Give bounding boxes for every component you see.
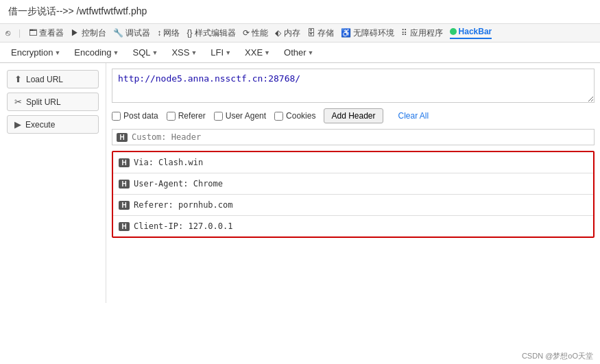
- menu-encoding[interactable]: Encoding ▼: [69, 45, 124, 60]
- header-item: H Via: Clash.win: [113, 152, 593, 173]
- toolbar-storage[interactable]: 🗄 存储: [307, 27, 334, 39]
- toolbar-debugger[interactable]: 🔧 调试器: [113, 27, 150, 39]
- header-badge-1: H: [119, 180, 130, 189]
- header-item-text-0: Via: Clash.win: [134, 158, 203, 167]
- title-bar: 借一步说话-->> /wtfwtfwtfwtf.php: [0, 0, 600, 24]
- encoding-arrow: ▼: [113, 49, 119, 56]
- lfi-arrow: ▼: [225, 49, 231, 56]
- right-panel: Post data Referer User Agent Cookies Add…: [106, 63, 600, 303]
- execute-icon: ▶: [14, 119, 21, 130]
- menu-xss-label: XSS: [171, 47, 189, 58]
- header-badge-0: H: [119, 158, 130, 167]
- header-item: H Client-IP: 127.0.0.1: [113, 216, 593, 236]
- clear-all-button[interactable]: Clear All: [392, 109, 436, 123]
- menu-sql-label: SQL: [132, 47, 150, 58]
- toolbar-memory[interactable]: ⬖ 内存: [275, 27, 300, 39]
- menu-xxe[interactable]: XXE ▼: [239, 45, 276, 60]
- toolbar-network[interactable]: ↕ 网络: [157, 27, 180, 39]
- user-agent-checkbox[interactable]: [214, 112, 223, 121]
- toolbar-performance[interactable]: ⟳ 性能: [243, 27, 268, 39]
- menu-other-label: Other: [284, 47, 307, 58]
- url-input[interactable]: [112, 69, 595, 103]
- load-url-icon: ⬆: [14, 74, 22, 84]
- user-agent-checkbox-label[interactable]: User Agent: [214, 111, 266, 121]
- header-item-text-3: Client-IP: 127.0.0.1: [134, 221, 233, 231]
- split-url-icon: ✂: [14, 97, 22, 107]
- cookies-checkbox[interactable]: [274, 112, 283, 121]
- menu-lfi-label: LFI: [211, 47, 224, 58]
- header-badge-2: H: [119, 201, 130, 210]
- menu-sql[interactable]: SQL ▼: [127, 45, 163, 60]
- toolbar-apps[interactable]: ⠿ 应用程序: [401, 27, 442, 39]
- load-url-button[interactable]: ⬆ Load URL: [7, 70, 99, 88]
- split-url-button[interactable]: ✂ Split URL: [7, 93, 99, 111]
- browser-toolbar: ⎋ | 🗔 查看器 ▶ 控制台 🔧 调试器 ↕ 网络 {} 样式编辑器 ⟳ 性能…: [0, 24, 600, 43]
- header-item: H Referer: pornhub.com: [113, 195, 593, 216]
- menu-encoding-label: Encoding: [74, 47, 111, 58]
- encryption-arrow: ▼: [54, 49, 60, 56]
- left-panel: ⬆ Load URL ✂ Split URL ▶ Execute: [0, 63, 106, 303]
- header-item: H User-Agent: Chrome: [113, 173, 593, 195]
- add-header-label: Add Header: [331, 111, 375, 121]
- header-items-list: H Via: Clash.win H User-Agent: Chrome H …: [112, 151, 595, 238]
- referer-label: Referer: [178, 111, 206, 121]
- menu-encryption[interactable]: Encryption ▼: [5, 45, 66, 60]
- xxe-arrow: ▼: [264, 49, 270, 56]
- cookies-label: Cookies: [286, 111, 315, 121]
- execute-button[interactable]: ▶ Execute: [7, 115, 99, 134]
- cookies-checkbox-label[interactable]: Cookies: [274, 111, 315, 121]
- toolbar-console[interactable]: ▶ 控制台: [71, 27, 106, 39]
- toolbar-viewer[interactable]: 🗔 查看器: [29, 27, 64, 39]
- xss-arrow: ▼: [191, 49, 197, 56]
- menu-xxe-label: XXE: [245, 47, 263, 58]
- split-url-label: Split URL: [26, 97, 61, 107]
- execute-label: Execute: [25, 120, 55, 130]
- post-data-checkbox-label[interactable]: Post data: [112, 111, 158, 121]
- menu-lfi[interactable]: LFI ▼: [205, 45, 237, 60]
- header-item-text-1: User-Agent: Chrome: [134, 179, 223, 189]
- hackbar-content: ⬆ Load URL ✂ Split URL ▶ Execute Post da…: [0, 63, 600, 303]
- menu-xss[interactable]: XSS ▼: [166, 45, 202, 60]
- sql-arrow: ▼: [152, 49, 158, 56]
- toolbar-style-editor[interactable]: {} 样式编辑器: [187, 27, 236, 39]
- custom-header-row: H: [112, 129, 595, 145]
- referer-checkbox[interactable]: [167, 112, 176, 121]
- options-row: Post data Referer User Agent Cookies Add…: [112, 108, 595, 123]
- hackbar-menubar: Encryption ▼ Encoding ▼ SQL ▼ XSS ▼ LFI …: [0, 43, 600, 63]
- header-item-text-2: Referer: pornhub.com: [134, 200, 233, 210]
- menu-encryption-label: Encryption: [11, 47, 53, 58]
- toolbar-devtools-icon[interactable]: ⎋: [5, 28, 10, 38]
- custom-header-badge: H: [117, 133, 128, 142]
- post-data-checkbox[interactable]: [112, 112, 121, 121]
- clear-all-label: Clear All: [398, 111, 429, 121]
- load-url-label: Load URL: [26, 75, 63, 84]
- user-agent-label: User Agent: [226, 111, 266, 121]
- custom-header-input[interactable]: [132, 132, 590, 142]
- other-arrow: ▼: [308, 49, 314, 56]
- toolbar-hackbar[interactable]: HackBar: [450, 27, 492, 39]
- toolbar-accessibility[interactable]: ♿ 无障碍环境: [341, 27, 394, 39]
- menu-other[interactable]: Other ▼: [278, 45, 319, 60]
- hackbar-dot: [450, 28, 457, 35]
- post-data-label: Post data: [123, 111, 158, 121]
- header-badge-3: H: [119, 222, 130, 231]
- add-header-button[interactable]: Add Header: [324, 108, 383, 123]
- page-title: 借一步说话-->> /wtfwtfwtfwtf.php: [8, 5, 147, 16]
- referer-checkbox-label[interactable]: Referer: [167, 111, 206, 121]
